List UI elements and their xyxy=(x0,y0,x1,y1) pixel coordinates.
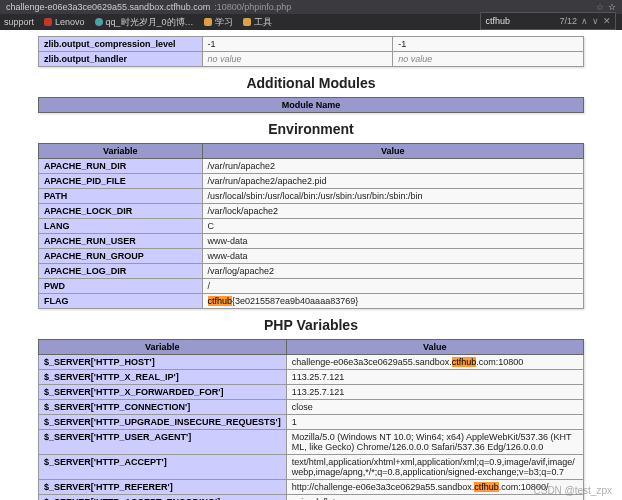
highlight: ctfhub xyxy=(474,482,499,492)
cell-key: APACHE_LOG_DIR xyxy=(39,264,203,279)
table-row: $_SERVER['HTTP_HOST'] challenge-e06e3a3c… xyxy=(39,355,584,370)
table-row: APACHE_LOCK_DIR /var/lock/apache2 xyxy=(39,204,584,219)
cell-key: $_SERVER['HTTP_ACCEPT_ENCODING'] xyxy=(39,495,287,501)
cell-key: $_SERVER['HTTP_X_REAL_IP'] xyxy=(39,370,287,385)
cell-key: $_SERVER['HTTP_X_FORWARDED_FOR'] xyxy=(39,385,287,400)
cell-key: $_SERVER['HTTP_CONNECTION'] xyxy=(39,400,287,415)
cell-key: $_SERVER['HTTP_ACCEPT'] xyxy=(39,455,287,480)
table-row: $_SERVER['HTTP_ACCEPT_ENCODING'] gzip, d… xyxy=(39,495,584,501)
cell-val: no value xyxy=(393,52,584,67)
folder-icon xyxy=(204,18,212,26)
cell-key: FLAG xyxy=(39,294,203,309)
cell-key: PWD xyxy=(39,279,203,294)
table-row: APACHE_LOG_DIR /var/log/apache2 xyxy=(39,264,584,279)
cell-val: 113.25.7.121 xyxy=(286,370,583,385)
cell-val: -1 xyxy=(393,37,584,52)
cell-val: 113.25.7.121 xyxy=(286,385,583,400)
flag-row: FLAG ctfhub{3e0215587ea9b40aaaa83769} xyxy=(39,294,584,309)
url-host[interactable]: challenge-e06e3a3ce0629a55.sandbox.ctfhu… xyxy=(6,2,210,12)
cell-key: $_SERVER['HTTP_REFERER'] xyxy=(39,480,287,495)
cell-key: APACHE_RUN_DIR xyxy=(39,159,203,174)
cell-val: -1 xyxy=(202,37,393,52)
cell-val: /usr/local/sbin:/usr/local/bin:/usr/sbin… xyxy=(202,189,584,204)
bookmark-support[interactable]: support xyxy=(4,17,34,27)
table-row: $_SERVER['HTTP_X_FORWARDED_FOR'] 113.25.… xyxy=(39,385,584,400)
cell-key: zlib.output_compression_level xyxy=(39,37,203,52)
table-row: $_SERVER['HTTP_X_REAL_IP'] 113.25.7.121 xyxy=(39,370,584,385)
highlight: ctfhub xyxy=(208,296,233,306)
table-row: PATH /usr/local/sbin:/usr/local/bin:/usr… xyxy=(39,189,584,204)
watermark: CSDN @test_zpx xyxy=(533,485,612,496)
module-name-header: Module Name xyxy=(39,98,584,113)
find-next-icon[interactable]: ∨ xyxy=(592,16,599,26)
table-row: $_SERVER['HTTP_REFERER'] http://challeng… xyxy=(39,480,584,495)
highlight: ctfhub xyxy=(452,357,477,367)
table-row: $_SERVER['HTTP_USER_AGENT'] Mozilla/5.0 … xyxy=(39,430,584,455)
cell-val: / xyxy=(202,279,584,294)
cell-val: /var/run/apache2/apache2.pid xyxy=(202,174,584,189)
cell-val: /var/run/apache2 xyxy=(202,159,584,174)
table-row: $_SERVER['HTTP_UPGRADE_INSECURE_REQUESTS… xyxy=(39,415,584,430)
table-row: APACHE_PID_FILE /var/run/apache2/apache2… xyxy=(39,174,584,189)
find-prev-icon[interactable]: ∧ xyxy=(581,16,588,26)
cell-val: C xyxy=(202,219,584,234)
folder-icon xyxy=(243,18,251,26)
cell-val: www-data xyxy=(202,234,584,249)
find-count: 7/12 xyxy=(559,16,577,26)
cell-val: text/html,application/xhtml+xml,applicat… xyxy=(286,455,583,480)
cell-key: LANG xyxy=(39,219,203,234)
variable-header: Variable xyxy=(39,340,287,355)
additional-modules-table: Module Name xyxy=(38,97,584,113)
table-row: zlib.output_compression_level -1 -1 xyxy=(39,37,584,52)
page-content: zlib.output_compression_level -1 -1zlib.… xyxy=(0,30,622,500)
lenovo-icon xyxy=(44,18,52,26)
cell-val: Mozilla/5.0 (Windows NT 10.0; Win64; x64… xyxy=(286,430,583,455)
cell-key: APACHE_LOCK_DIR xyxy=(39,204,203,219)
cell-key: PATH xyxy=(39,189,203,204)
bookmarks-bar: support Lenovo qq_时光岁月_0的博… 学习 工具 7/12 ∧… xyxy=(0,14,622,30)
cell-key: zlib.output_handler xyxy=(39,52,203,67)
find-in-page-bar: 7/12 ∧ ∨ ✕ xyxy=(480,12,616,30)
cell-val: /var/log/apache2 xyxy=(202,264,584,279)
cell-val: 1 xyxy=(286,415,583,430)
bookmark-icon[interactable]: ☆ xyxy=(596,2,604,12)
cell-val: no value xyxy=(202,52,393,67)
zlib-table: zlib.output_compression_level -1 -1zlib.… xyxy=(38,36,584,67)
environment-heading: Environment xyxy=(38,121,584,137)
variable-header: Variable xyxy=(39,144,203,159)
bookmark-qq[interactable]: qq_时光岁月_0的博… xyxy=(95,16,194,29)
value-header: Value xyxy=(202,144,584,159)
php-variables-heading: PHP Variables xyxy=(38,317,584,333)
table-row: APACHE_RUN_USER www-data xyxy=(39,234,584,249)
cell-val: ctfhub{3e0215587ea9b40aaaa83769} xyxy=(202,294,584,309)
cell-key: $_SERVER['HTTP_UPGRADE_INSECURE_REQUESTS… xyxy=(39,415,287,430)
table-row: LANG C xyxy=(39,219,584,234)
cell-key: APACHE_RUN_USER xyxy=(39,234,203,249)
bookmark-tools[interactable]: 工具 xyxy=(243,16,272,29)
bookmark2-icon[interactable]: ☆ xyxy=(608,2,616,12)
table-row: APACHE_RUN_GROUP www-data xyxy=(39,249,584,264)
additional-modules-heading: Additional Modules xyxy=(38,75,584,91)
find-input[interactable] xyxy=(485,16,555,26)
bookmark-study[interactable]: 学习 xyxy=(204,16,233,29)
qq-icon xyxy=(95,18,103,26)
find-close-icon[interactable]: ✕ xyxy=(603,16,611,26)
cell-val: close xyxy=(286,400,583,415)
url-path: :10800/phpinfo.php xyxy=(214,2,291,12)
table-row: $_SERVER['HTTP_CONNECTION'] close xyxy=(39,400,584,415)
table-row: PWD / xyxy=(39,279,584,294)
table-row: zlib.output_handler no value no value xyxy=(39,52,584,67)
php-variables-table: Variable Value $_SERVER['HTTP_HOST'] cha… xyxy=(38,339,584,500)
cell-val: www-data xyxy=(202,249,584,264)
cell-val: challenge-e06e3a3ce0629a55.sandbox.ctfhu… xyxy=(286,355,583,370)
cell-key: APACHE_RUN_GROUP xyxy=(39,249,203,264)
cell-key: $_SERVER['HTTP_HOST'] xyxy=(39,355,287,370)
table-row: $_SERVER['HTTP_ACCEPT'] text/html,applic… xyxy=(39,455,584,480)
value-header: Value xyxy=(286,340,583,355)
bookmark-lenovo[interactable]: Lenovo xyxy=(44,17,85,27)
cell-key: $_SERVER['HTTP_USER_AGENT'] xyxy=(39,430,287,455)
cell-val: /var/lock/apache2 xyxy=(202,204,584,219)
table-row: APACHE_RUN_DIR /var/run/apache2 xyxy=(39,159,584,174)
environment-table: Variable Value APACHE_RUN_DIR /var/run/a… xyxy=(38,143,584,309)
cell-key: APACHE_PID_FILE xyxy=(39,174,203,189)
